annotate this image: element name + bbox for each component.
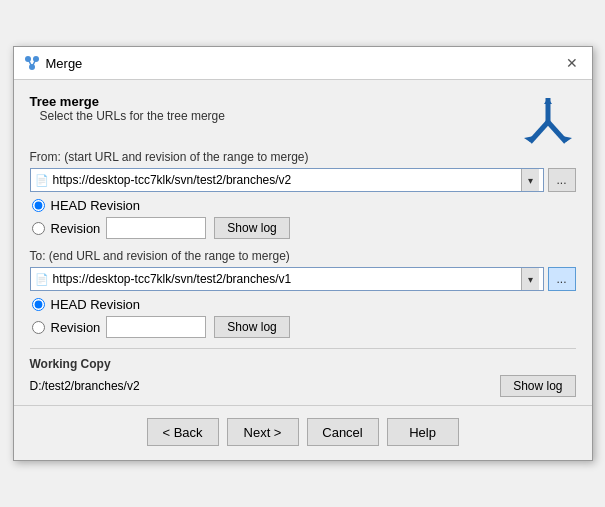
from-doc-icon: 📄 bbox=[35, 174, 49, 187]
header-subtitle: Select the URLs for the tree merge bbox=[40, 109, 225, 123]
cancel-button[interactable]: Cancel bbox=[307, 418, 379, 446]
to-label: To: (end URL and revision of the range t… bbox=[30, 249, 576, 263]
svn-logo bbox=[520, 94, 576, 150]
from-revision-label: Revision bbox=[51, 221, 101, 236]
to-head-label: HEAD Revision bbox=[51, 297, 141, 312]
to-dropdown-icon: ▾ bbox=[528, 274, 533, 285]
svg-marker-10 bbox=[544, 98, 552, 104]
spacer1 bbox=[30, 241, 576, 249]
next-button[interactable]: Next > bbox=[227, 418, 299, 446]
from-revision-input[interactable] bbox=[106, 217, 206, 239]
dialog-title: Merge bbox=[46, 56, 83, 71]
to-revision-radio[interactable] bbox=[32, 321, 45, 334]
from-dropdown-icon: ▾ bbox=[528, 175, 533, 186]
to-revision-input-group: Revision bbox=[32, 316, 207, 338]
to-url-combo[interactable]: 📄 ▾ bbox=[30, 267, 544, 291]
from-url-dropdown[interactable]: ▾ bbox=[521, 169, 539, 191]
to-revision-label: Revision bbox=[51, 320, 101, 335]
to-doc-icon: 📄 bbox=[35, 273, 49, 286]
back-button[interactable]: < Back bbox=[147, 418, 219, 446]
working-copy-row: D:/test2/branches/v2 Show log bbox=[30, 375, 576, 397]
wc-show-log-button[interactable]: Show log bbox=[500, 375, 575, 397]
title-bar: Merge ✕ bbox=[14, 47, 592, 80]
to-radio-group: HEAD Revision Revision Show log bbox=[32, 297, 576, 338]
from-radio-group: HEAD Revision Revision Show log bbox=[32, 198, 576, 239]
from-label: From: (start URL and revision of the ran… bbox=[30, 150, 576, 164]
to-revision-input[interactable] bbox=[106, 316, 206, 338]
to-url-input[interactable] bbox=[53, 272, 521, 286]
to-url-dropdown[interactable]: ▾ bbox=[521, 268, 539, 290]
help-button[interactable]: Help bbox=[387, 418, 459, 446]
from-revision-row: Revision Show log bbox=[32, 217, 576, 239]
working-copy-path: D:/test2/branches/v2 bbox=[30, 379, 140, 393]
working-copy-section: Working Copy D:/test2/branches/v2 Show l… bbox=[14, 349, 592, 405]
button-bar: < Back Next > Cancel Help bbox=[14, 405, 592, 460]
to-url-row: 📄 ▾ ... bbox=[30, 267, 576, 291]
title-bar-left: Merge bbox=[24, 55, 83, 71]
working-copy-label: Working Copy bbox=[30, 357, 576, 371]
from-url-input[interactable] bbox=[53, 173, 521, 187]
top-section: Tree merge Select the URLs for the tree … bbox=[14, 80, 592, 150]
form-area: From: (start URL and revision of the ran… bbox=[14, 150, 592, 340]
merge-dialog: Merge ✕ Tree merge Select the URLs for t… bbox=[13, 46, 593, 461]
svg-line-6 bbox=[530, 122, 548, 142]
to-head-radio[interactable] bbox=[32, 298, 45, 311]
header-section: Tree merge Select the URLs for the tree … bbox=[30, 94, 225, 123]
header-and-logo: Tree merge Select the URLs for the tree … bbox=[30, 94, 576, 150]
from-show-log-button[interactable]: Show log bbox=[214, 217, 289, 239]
from-head-radio[interactable] bbox=[32, 199, 45, 212]
to-head-revision-row: HEAD Revision bbox=[32, 297, 576, 312]
to-revision-row: Revision Show log bbox=[32, 316, 576, 338]
from-url-combo[interactable]: 📄 ▾ bbox=[30, 168, 544, 192]
to-section: To: (end URL and revision of the range t… bbox=[30, 249, 576, 338]
from-head-revision-row: HEAD Revision bbox=[32, 198, 576, 213]
close-button[interactable]: ✕ bbox=[562, 53, 582, 73]
to-browse-button[interactable]: ... bbox=[548, 267, 576, 291]
svg-line-7 bbox=[548, 122, 566, 142]
to-show-log-button[interactable]: Show log bbox=[214, 316, 289, 338]
from-url-row: 📄 ▾ ... bbox=[30, 168, 576, 192]
from-section: From: (start URL and revision of the ran… bbox=[30, 150, 576, 239]
from-head-label: HEAD Revision bbox=[51, 198, 141, 213]
from-revision-radio[interactable] bbox=[32, 222, 45, 235]
header-title: Tree merge bbox=[30, 94, 225, 109]
dialog-icon bbox=[24, 55, 40, 71]
from-revision-input-group: Revision bbox=[32, 217, 207, 239]
from-browse-button[interactable]: ... bbox=[548, 168, 576, 192]
